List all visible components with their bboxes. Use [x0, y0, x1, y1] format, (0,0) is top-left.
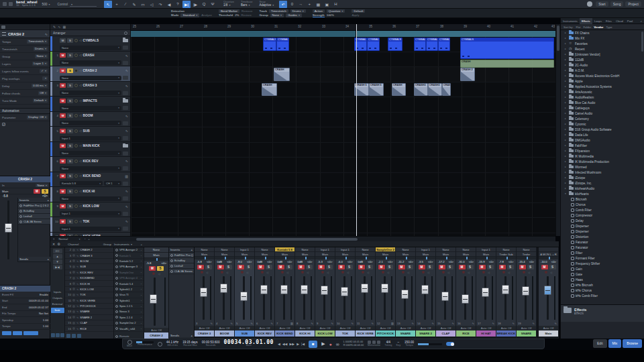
expand-arrow-icon[interactable] [565, 58, 568, 61]
mode-icon[interactable]: ▦ [314, 1, 322, 8]
mixer-channel-strip[interactable]: None Tinder -15.4 <0> M S [517, 247, 537, 339]
strip-name-plate[interactable]: SNARE [396, 330, 415, 337]
window-button[interactable]: Start [596, 1, 608, 7]
instrument-power-icon[interactable] [115, 271, 118, 274]
strip-pan-strip[interactable] [295, 257, 315, 259]
control-dropdown[interactable] [70, 2, 97, 7]
channel-list-row[interactable]: 4 ∿ BOOM [65, 259, 113, 264]
expand-arrow-icon[interactable] [565, 133, 568, 136]
audio-event-clip[interactable]: CRASH 2 [460, 68, 475, 81]
strip-record-arm[interactable] [462, 271, 465, 274]
expand-arrow-icon[interactable] [565, 144, 568, 147]
up-icon[interactable]: ▲ [53, 254, 62, 259]
keys-icon[interactable] [60, 333, 64, 337]
strip-output-select[interactable]: Main [335, 252, 355, 257]
strip-pan-value[interactable]: <0> [227, 260, 231, 263]
expand-arrow-icon[interactable] [565, 128, 568, 131]
speaker-icon[interactable] [123, 61, 128, 65]
strip-mute-button[interactable]: M [237, 265, 244, 269]
channel-list-row[interactable]: 16 ∿ RICE [65, 326, 113, 331]
track-solo-button[interactable]: S [67, 159, 73, 164]
speaker-icon[interactable] [123, 76, 128, 80]
instrument-row[interactable]: Kontakt 5 [114, 253, 144, 258]
instrument-power-icon[interactable] [115, 288, 118, 290]
browser-item[interactable]: D16 Group Audio Software [561, 127, 644, 132]
strip-record-arm[interactable] [301, 271, 304, 274]
track-io-select[interactable]: Input 1 [60, 136, 121, 141]
strip-monitor[interactable] [427, 271, 429, 274]
browser-item[interactable]: Frequency Shifter [561, 261, 644, 266]
browser-item[interactable]: Disperser [561, 229, 644, 234]
expand-arrow-icon[interactable] [565, 69, 568, 72]
instrument-power-icon[interactable] [115, 259, 118, 262]
bend-marker-button[interactable]: Bend Marker [219, 9, 239, 13]
strip-record-arm[interactable] [201, 271, 203, 274]
mixer-channel-strip[interactable]: None Main -31.0 <0> M S [456, 247, 476, 339]
fader-handle[interactable] [421, 285, 429, 294]
fader-handle[interactable] [361, 284, 368, 293]
strip-pan-strip[interactable] [235, 257, 254, 259]
detail-mute-button[interactable]: M [149, 266, 156, 271]
tool-icon[interactable]: ▭ [139, 1, 147, 8]
strip-pan-value[interactable]: <0> [267, 260, 272, 263]
instrument-power-icon[interactable] [115, 322, 118, 324]
expand-arrow-icon[interactable] [565, 176, 568, 179]
strip-record-arm[interactable] [321, 271, 324, 274]
instrument-power-icon[interactable] [115, 265, 118, 268]
browser-item[interactable]: FX Chains [561, 30, 644, 36]
strip-automation-mode[interactable]: Auto: Off [195, 326, 214, 330]
expand-arrow-icon[interactable] [565, 74, 568, 77]
track-io-select[interactable]: None [60, 106, 121, 111]
detail-name-plate[interactable]: CRASH 2 [144, 333, 168, 339]
strip-pan-strip[interactable] [456, 257, 476, 259]
detail-monitor[interactable] [158, 272, 160, 276]
fader-handle[interactable] [301, 285, 308, 294]
row-value[interactable]: ✓ [40, 69, 48, 73]
browser-item[interactable]: Haas [561, 277, 644, 282]
strip-mute-button[interactable]: M [298, 265, 305, 269]
strip-input-select[interactable]: Input 1 [335, 247, 355, 252]
strip-pan-value[interactable]: <0> [529, 260, 534, 263]
track-row[interactable]: 4 M S BOOM ∿ None [50, 112, 130, 127]
window-button[interactable]: Song [610, 1, 624, 7]
fader-handle[interactable] [321, 286, 328, 295]
mixer-channel-strip[interactable]: None Main -11.2 <0> M S [396, 247, 416, 339]
strip-mute-button[interactable]: M [358, 265, 365, 269]
loop-right-locator[interactable]: R 00095.04.04.00 [343, 344, 364, 347]
strip-gain-value[interactable]: -15.9 [478, 260, 485, 263]
instrument-row[interactable]: VPS Avenger 4 [114, 276, 144, 281]
browser-item[interactable]: Bitcrush [561, 196, 644, 202]
strip-output-select[interactable]: Tinder Sub [496, 252, 516, 257]
strip-fader[interactable] [356, 274, 375, 322]
strip-fader[interactable] [539, 274, 558, 322]
browser-item[interactable]: Faturator [561, 245, 644, 250]
tempo-slider[interactable] [418, 343, 442, 345]
browser-item[interactable]: [Unknown Vendor] [561, 52, 644, 57]
strip-output-select[interactable]: Main [456, 252, 476, 257]
audio-event-clip[interactable]: CYMBALS [263, 38, 276, 51]
expand-arrow-icon[interactable] [565, 171, 568, 174]
expand-arrow-icon[interactable] [565, 80, 568, 82]
tool-icon[interactable]: ∕ [121, 1, 129, 8]
track-io-select[interactable]: Input 1 [60, 227, 121, 231]
instrument-row[interactable]: VocalKi_rx64 [114, 326, 144, 331]
strip-name-plate[interactable]: SNARE 2 [416, 330, 435, 337]
stop-button[interactable]: ■ [309, 341, 317, 348]
strip-automation-mode[interactable]: Auto: Off [456, 326, 476, 330]
audio-event-clip[interactable]: CRASH [274, 68, 290, 81]
tool-icon[interactable]: ↖ [104, 1, 112, 8]
track-monitor-icon[interactable] [79, 39, 81, 42]
fader-handle[interactable] [260, 285, 268, 294]
arranger-section[interactable] [131, 31, 356, 37]
fader-handle[interactable] [544, 286, 551, 295]
strip-name-plate[interactable]: SUB [235, 330, 254, 337]
track-row[interactable]: 7 M S KICK BEND ▥ Kontakt 5 8 CH 1 [50, 172, 130, 188]
fader-handle[interactable] [482, 288, 489, 297]
strip-name-plate[interactable]: RICE [456, 330, 476, 337]
track-record-arm-icon[interactable] [74, 220, 78, 223]
zoom-in-icon[interactable]: + [88, 237, 90, 241]
channel-visible-dot[interactable] [72, 322, 75, 324]
track-solo-button[interactable]: S [67, 53, 73, 58]
strip-pan-value[interactable]: <0> [287, 260, 292, 263]
insert-slot[interactable]: CLA-3A Stereo [18, 219, 50, 225]
